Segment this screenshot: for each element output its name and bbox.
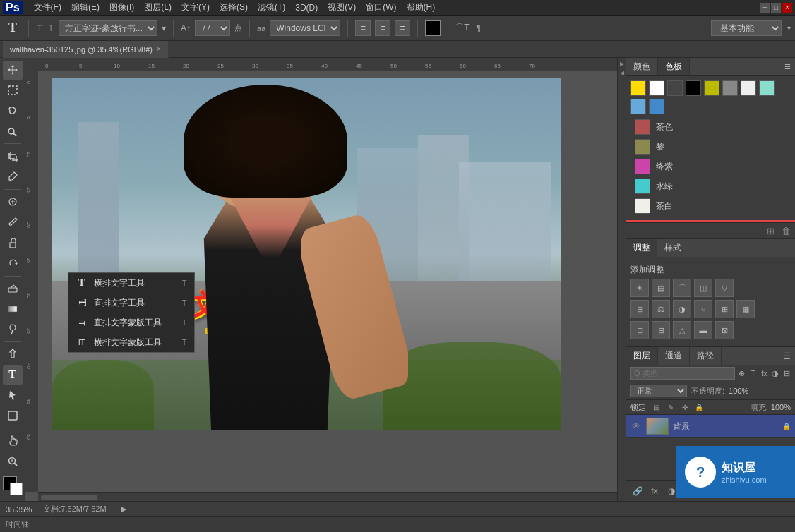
warp-text-icon[interactable]: ⌒T <box>455 22 469 34</box>
workspace-select[interactable]: 基本功能 <box>711 20 782 36</box>
menu-layer[interactable]: 图层(L) <box>140 0 176 15</box>
invert-icon[interactable]: ⊡ <box>630 321 649 339</box>
adjustments-menu-icon[interactable]: ☰ <box>780 241 795 255</box>
lasso-tool[interactable] <box>3 102 23 121</box>
channel-mixer-icon[interactable]: ⊞ <box>715 300 734 318</box>
swatch-yellow[interactable] <box>630 80 646 96</box>
layers-menu-icon[interactable]: ☰ <box>779 349 795 364</box>
dodge-tool[interactable] <box>3 320 23 339</box>
swatch-named-chabai[interactable]: 茶白 <box>630 196 791 216</box>
swatch-named-tea[interactable]: 茶色 <box>630 117 791 137</box>
text-warp-icon[interactable]: ⊺ <box>49 23 53 33</box>
selective-color-icon[interactable]: ⊠ <box>715 321 734 339</box>
curves-icon[interactable]: ⌒ <box>673 279 691 297</box>
text-color-swatch[interactable] <box>425 20 441 36</box>
vertical-type-tool-item[interactable]: T 直排文字工具 T <box>68 293 194 313</box>
swatch-darkgray[interactable] <box>667 80 683 96</box>
menu-window[interactable]: 窗口(W) <box>361 0 400 15</box>
panel-collapse-icon[interactable]: ▶ <box>620 61 624 67</box>
layer-visibility-icon[interactable]: 👁 <box>630 421 642 432</box>
swatch-blue1[interactable] <box>630 99 646 114</box>
layer-fx-icon[interactable]: fx <box>760 367 769 380</box>
menu-text[interactable]: 文字(Y) <box>177 0 214 15</box>
statusbar-arrow[interactable]: ▶ <box>121 504 126 514</box>
menu-image[interactable]: 图像(I) <box>105 0 138 15</box>
tab-styles[interactable]: 样式 <box>657 239 688 257</box>
layer-style-icon[interactable]: fx <box>647 484 662 498</box>
new-swatch-icon[interactable]: ⊞ <box>764 224 777 237</box>
gradient-map-icon[interactable]: ▬ <box>694 321 712 339</box>
color-lookup-icon[interactable]: ▦ <box>736 300 755 318</box>
font-size-select[interactable]: 77 <box>195 20 230 36</box>
antialiasing-select[interactable]: Windows LCD <box>270 20 340 36</box>
panel-expand-icon[interactable]: ◀ <box>620 70 624 76</box>
menu-3d[interactable]: 3D(D) <box>291 1 322 14</box>
tab-layers[interactable]: 图层 <box>626 347 658 365</box>
horizontal-type-tool-item[interactable]: T 横排文字工具 T <box>68 273 194 293</box>
restore-button[interactable]: □ <box>771 3 781 13</box>
swatch-named-jiangzi[interactable]: 绛紫 <box>630 157 791 176</box>
crop-tool[interactable] <box>3 147 23 166</box>
align-right-button[interactable]: ≡ <box>395 20 410 36</box>
brush-tool[interactable] <box>3 213 23 232</box>
posterize-icon[interactable]: ⊟ <box>652 321 670 339</box>
font-family-select[interactable]: 方正字迹-豪放行书... <box>59 20 157 36</box>
menu-help[interactable]: 帮助(H) <box>402 0 440 15</box>
character-palette-icon[interactable]: ¶ <box>477 23 481 33</box>
shape-tool[interactable] <box>3 406 23 425</box>
tab-image[interactable]: wallhaven-350125.jpg @ 35.4%(RGB/8#) × <box>3 41 169 58</box>
canvas-scroll-area[interactable]: 1 选择文字工具 T 横排文字工具 T T 直排文 <box>38 71 617 492</box>
type-tool[interactable]: T <box>3 365 23 385</box>
tab-paths[interactable]: 路径 <box>690 347 722 365</box>
background-color[interactable] <box>10 483 23 495</box>
move-tool[interactable] <box>3 61 23 80</box>
lock-position-icon[interactable]: ✛ <box>679 401 691 413</box>
healing-brush-tool[interactable] <box>3 193 23 212</box>
menu-edit[interactable]: 编辑(E) <box>67 0 104 15</box>
quick-select-tool[interactable] <box>3 122 23 141</box>
panel-menu-icon[interactable]: ☰ <box>780 60 795 73</box>
align-left-button[interactable]: ≡ <box>355 20 371 36</box>
menu-view[interactable]: 视图(V) <box>323 0 360 15</box>
vibrance-icon[interactable]: ▽ <box>715 279 734 297</box>
opacity-value[interactable]: 100% <box>729 387 748 395</box>
eraser-tool[interactable] <box>3 279 23 298</box>
vertical-type-mask-item[interactable]: IT 直排文字蒙版工具 T <box>68 313 194 332</box>
menu-file[interactable]: 文件(F) <box>30 0 66 15</box>
layer-lock-icon[interactable]: 🔒 <box>782 423 791 430</box>
swatch-lightgray[interactable] <box>741 80 756 96</box>
layer-type-icon[interactable]: ⊕ <box>738 367 746 380</box>
eyedropper-tool[interactable] <box>3 167 23 186</box>
canvas-scrollbar-horizontal[interactable] <box>38 492 617 501</box>
lock-all-icon[interactable]: 🔒 <box>693 401 705 413</box>
swatch-blue2[interactable] <box>649 99 664 114</box>
path-selection-tool[interactable] <box>3 386 23 405</box>
close-button[interactable]: × <box>782 3 792 13</box>
tab-swatches[interactable]: 色板 <box>658 58 690 75</box>
delete-swatch-icon[interactable]: 🗑 <box>779 224 792 237</box>
menu-select[interactable]: 选择(S) <box>215 0 252 15</box>
layer-smart-icon[interactable]: ⊞ <box>782 367 791 380</box>
swatch-gray[interactable] <box>722 80 738 96</box>
menu-filter[interactable]: 滤镜(T) <box>253 0 289 15</box>
photo-filter-icon[interactable]: ○ <box>694 300 712 318</box>
text-orientation-icon[interactable]: ⊤ <box>36 23 43 33</box>
link-layers-icon[interactable]: 🔗 <box>630 484 645 498</box>
black-white-icon[interactable]: ◑ <box>673 300 691 318</box>
levels-icon[interactable]: ▤ <box>652 279 670 297</box>
hand-tool[interactable] <box>3 431 23 450</box>
color-balance-icon[interactable]: ⚖ <box>652 300 670 318</box>
pen-tool[interactable] <box>3 345 23 364</box>
hue-saturation-icon[interactable]: ⊞ <box>630 300 649 318</box>
lock-image-icon[interactable]: ✎ <box>665 401 676 413</box>
minimize-button[interactable]: ─ <box>760 3 770 13</box>
exposure-icon[interactable]: ◫ <box>694 279 712 297</box>
swatch-black[interactable] <box>686 80 701 96</box>
tab-close-button[interactable]: × <box>157 45 161 53</box>
align-center-button[interactable]: ≡ <box>375 20 390 36</box>
tab-channels[interactable]: 通道 <box>658 347 690 365</box>
swatch-olive[interactable] <box>704 80 719 96</box>
workspace-expand-icon[interactable]: ▾ <box>787 24 791 32</box>
scrollbar-h-thumb[interactable] <box>41 495 97 500</box>
clone-stamp-tool[interactable] <box>3 234 23 253</box>
